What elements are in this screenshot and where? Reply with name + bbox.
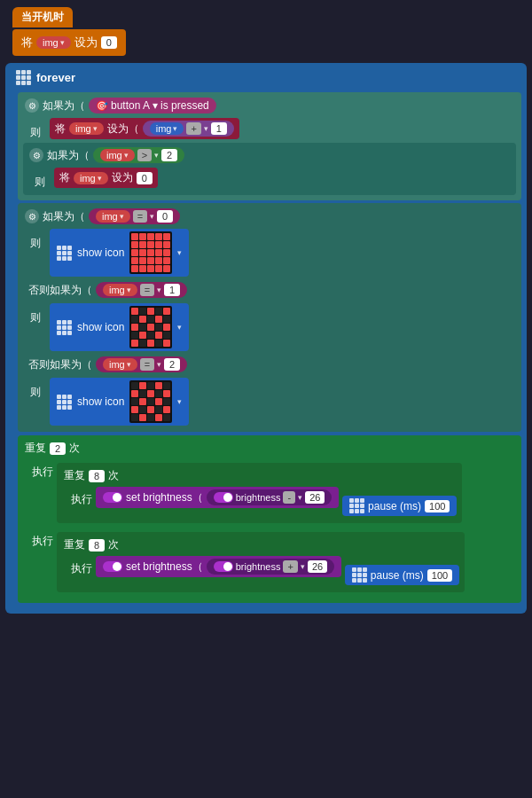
set-brightness-block-2[interactable]: set brightness（ brightness + ▾ 26 — [96, 556, 341, 577]
grid-icon-show3 — [57, 395, 72, 410]
nested-if-block: ⚙ 如果为（ img ▾ > ▾ 2 则 — [23, 143, 516, 195]
hat-body[interactable]: 将 img ▾ 设为 0 — [12, 29, 126, 56]
grid-icon-pause1 — [349, 498, 364, 513]
if-button-block: ⚙ 如果为（ 🎯 button A ▾ is pressed 则 将 img ▾ — [18, 92, 521, 200]
pause-block-2[interactable]: pause (ms) 100 — [345, 565, 459, 585]
nested-val2[interactable]: 2 — [161, 149, 177, 161]
gear-icon-2[interactable]: ⚙ — [29, 148, 43, 162]
brightness-val-1[interactable]: 26 — [305, 491, 325, 504]
brightness-val-2[interactable]: 26 — [308, 560, 327, 573]
inner-repeat1-times[interactable]: 8 — [89, 470, 105, 482]
hat-value[interactable]: 0 — [101, 36, 117, 49]
set-to-text: 设为 — [74, 35, 98, 51]
expr-block[interactable]: img ▾ + ▾ 1 — [143, 121, 234, 137]
img-var-nested[interactable]: img ▾ — [100, 149, 135, 161]
gear-icon-1[interactable]: ⚙ — [25, 98, 39, 113]
elseif1-val[interactable]: 1 — [164, 284, 180, 296]
nested-then-row: 则 将 img ▾ 设为 0 — [35, 168, 512, 190]
plus-op-2[interactable]: + — [283, 560, 297, 573]
forever-header: forever — [11, 66, 521, 89]
brightness-pill-2[interactable]: brightness + ▾ 26 — [207, 559, 334, 575]
inner-repeat2-block: 重复 8 次 执行 set brightness（ — [57, 532, 465, 592]
grid-icon-show1 — [57, 246, 72, 261]
set-img-block[interactable]: 将 img ▾ 设为（ img ▾ + ▾ — [50, 118, 239, 139]
repeat2-block: 重复 2 次 执行 重复 8 次 执行 — [18, 435, 521, 603]
eq-op-1[interactable]: = — [133, 210, 147, 223]
minus-op-1[interactable]: - — [283, 491, 295, 504]
target-icon: 🎯 — [96, 100, 108, 112]
led-grid-2[interactable] — [129, 306, 172, 348]
plus-op[interactable]: + — [186, 122, 200, 135]
brightness-pill-1[interactable]: brightness - ▾ 26 — [207, 489, 332, 505]
pause-val-2[interactable]: 100 — [427, 569, 452, 582]
elseif2-val[interactable]: 2 — [164, 358, 180, 371]
cond-img2[interactable]: img ▾ = ▾ 2 — [96, 356, 187, 372]
inner-repeat2-header: 重复 8 次 — [62, 536, 459, 554]
eq-op-3[interactable]: = — [140, 358, 154, 371]
img-var-if1[interactable]: img ▾ — [96, 210, 130, 223]
show-icon-label-2: show icon — [77, 321, 124, 333]
img-var-ei2[interactable]: img ▾ — [103, 358, 137, 371]
if-img0-header: ⚙ 如果为（ img ▾ = ▾ 0 — [23, 207, 516, 226]
toggle-icon-4 — [214, 561, 233, 572]
elseif1-label: 否则如果为（ img ▾ = ▾ 1 — [23, 279, 516, 301]
if-button-header: ⚙ 如果为（ 🎯 button A ▾ is pressed — [23, 96, 516, 115]
led-grid-1[interactable] — [129, 231, 172, 274]
grid-icon-forever — [16, 70, 31, 85]
eq-op-2[interactable]: = — [140, 284, 154, 296]
show-icon-block-3[interactable]: show icon ▾ — [50, 378, 189, 426]
img-var-nested2[interactable]: img ▾ — [74, 172, 108, 184]
if1-then-row: 则 show icon — [30, 229, 516, 277]
inner-repeat2-times[interactable]: 8 — [89, 539, 105, 552]
cond-img1[interactable]: img ▾ = ▾ 1 — [96, 282, 187, 298]
elseif2-then-row: 则 show icon — [30, 378, 516, 426]
show-icon-label-3: show icon — [77, 395, 124, 408]
show-icon-label-1: show icon — [77, 246, 124, 259]
if1-val[interactable]: 0 — [157, 210, 173, 223]
inner-repeat1-block: 重复 8 次 执行 set brightness（ — [57, 463, 462, 523]
set-brightness-block-1[interactable]: set brightness（ brightness - ▾ 26 — [96, 487, 339, 508]
inner-exec-row-1: 执行 set brightness（ brightness - — [71, 487, 457, 516]
nested-val0[interactable]: 0 — [137, 172, 153, 184]
inner-repeat1-header: 重复 8 次 — [62, 466, 457, 485]
forever-label: forever — [36, 71, 75, 84]
grid-icon-pause2 — [352, 567, 367, 583]
if-img0-block: ⚙ 如果为（ img ▾ = ▾ 0 则 — [18, 203, 521, 432]
set-text: 将 — [21, 35, 33, 51]
img-var-1[interactable]: img ▾ — [69, 122, 104, 135]
show-icon-block-1[interactable]: show icon ▾ — [50, 229, 189, 277]
gear-icon-3[interactable]: ⚙ — [25, 209, 39, 223]
exec-row-2: 执行 重复 8 次 执行 set brightne — [32, 528, 516, 596]
repeat2-header: 重复 2 次 — [23, 439, 516, 458]
cond-img0[interactable]: img ▾ = ▾ 0 — [89, 208, 180, 224]
hat-section: 当开机时 将 img ▾ 设为 0 — [5, 7, 527, 59]
toggle-icon-3 — [103, 561, 122, 572]
elseif2-label: 否则如果为（ img ▾ = ▾ 2 — [23, 354, 516, 375]
then-row-1: 则 将 img ▾ 设为（ img ▾ + — [30, 118, 516, 140]
hat-label: 当开机时 — [12, 7, 73, 27]
elseif1-then-row: 则 show icon — [30, 303, 516, 351]
led-grid-3[interactable] — [129, 380, 172, 423]
gt-op[interactable]: > — [137, 149, 152, 161]
inner-exec-row-2: 执行 set brightness（ brightness + — [71, 556, 459, 585]
grid-icon-show2 — [57, 320, 72, 335]
img-var-2[interactable]: img ▾ — [150, 122, 184, 135]
toggle-icon-2 — [214, 492, 233, 503]
nested-if-header: ⚙ 如果为（ img ▾ > ▾ 2 — [27, 145, 512, 165]
show-icon-block-2[interactable]: show icon ▾ — [50, 303, 189, 351]
img-var-hat[interactable]: img ▾ — [36, 36, 71, 49]
val1[interactable]: 1 — [211, 122, 227, 135]
nested-cond[interactable]: img ▾ > ▾ 2 — [93, 147, 184, 163]
button-cond[interactable]: 🎯 button A ▾ is pressed — [89, 98, 216, 113]
pause-val-1[interactable]: 100 — [425, 500, 450, 512]
exec-row-1: 执行 重复 8 次 执行 — [32, 459, 516, 527]
forever-block: forever ⚙ 如果为（ 🎯 button A ▾ is pressed 则… — [5, 63, 527, 614]
nested-set-block[interactable]: 将 img ▾ 设为 0 — [54, 168, 158, 188]
toggle-icon-1 — [103, 492, 122, 503]
pause-block-1[interactable]: pause (ms) 100 — [342, 496, 457, 516]
repeat2-times[interactable]: 2 — [50, 442, 66, 455]
img-var-ei1[interactable]: img ▾ — [103, 284, 137, 296]
